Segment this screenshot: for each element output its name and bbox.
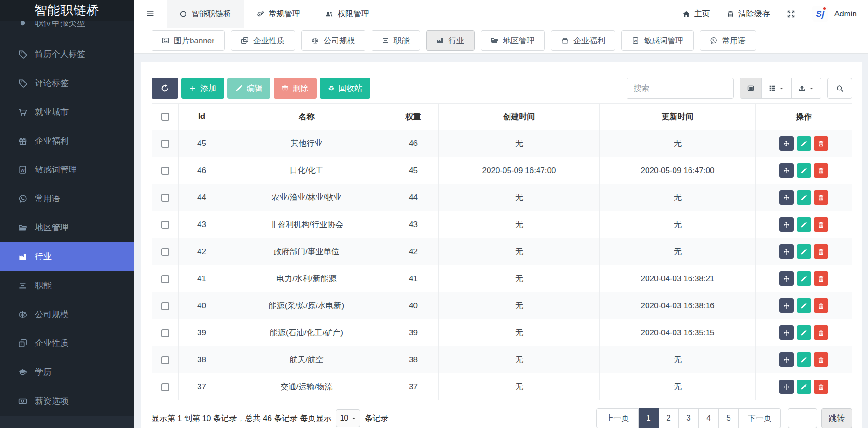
- row-delete-button[interactable]: [814, 136, 828, 151]
- delete-button[interactable]: 删除: [274, 78, 317, 99]
- cell-updated: 2020-05-09 16:47:00: [600, 157, 756, 184]
- row-delete-button[interactable]: [814, 217, 828, 232]
- tab-7[interactable]: W敏感词管理: [621, 30, 694, 51]
- row-checkbox[interactable]: [161, 167, 169, 175]
- row-move-button[interactable]: [779, 271, 794, 286]
- row-delete-button[interactable]: [814, 163, 828, 178]
- row-edit-button[interactable]: [797, 244, 811, 259]
- edit-button[interactable]: 编辑: [227, 78, 270, 99]
- tab-4[interactable]: 行业: [426, 30, 475, 51]
- export-button[interactable]: [791, 78, 821, 98]
- page-jump-input[interactable]: [788, 408, 817, 428]
- page-button-3[interactable]: 3: [679, 408, 699, 428]
- clear-cache-link[interactable]: 清除缓存: [727, 8, 770, 19]
- refresh-button[interactable]: [152, 78, 178, 99]
- row-move-button[interactable]: [779, 380, 794, 394]
- row-edit-button[interactable]: [797, 325, 811, 340]
- tab-label: 图片banner: [174, 35, 214, 46]
- row-checkbox[interactable]: [161, 248, 169, 256]
- row-move-button[interactable]: [779, 136, 794, 151]
- cell-weight: 46: [388, 130, 439, 157]
- user-menu[interactable]: Sj Admin: [812, 6, 857, 22]
- top-nav-tab-0[interactable]: 智能职链桥: [167, 0, 244, 28]
- list-view-button[interactable]: [740, 78, 761, 98]
- prev-page-button[interactable]: 上一页: [596, 408, 639, 428]
- row-move-button[interactable]: [779, 163, 794, 178]
- row-edit-button[interactable]: [797, 217, 811, 232]
- sidebar-item-3[interactable]: 就业城市: [0, 97, 134, 126]
- tab-2[interactable]: 公司规模: [301, 30, 365, 51]
- row-checkbox[interactable]: [161, 194, 169, 202]
- tab-1[interactable]: 企业性质: [231, 30, 295, 51]
- row-move-button[interactable]: [779, 190, 794, 205]
- sidebar-item-0[interactable]: 职位申报类型: [0, 21, 134, 40]
- pencil-icon: [800, 194, 807, 201]
- sidebar-item-9[interactable]: 职能: [0, 271, 134, 300]
- cell-checkbox: [152, 238, 179, 265]
- row-edit-button[interactable]: [797, 380, 811, 394]
- top-nav-tab-1[interactable]: 常规管理: [244, 0, 313, 28]
- fullscreen-button[interactable]: [787, 10, 795, 18]
- sidebar-item-1[interactable]: 简历个人标签: [0, 40, 134, 69]
- row-edit-button[interactable]: [797, 298, 811, 313]
- row-checkbox[interactable]: [161, 221, 169, 229]
- sidebar-item-7[interactable]: 地区管理: [0, 213, 134, 242]
- row-delete-button[interactable]: [814, 352, 828, 367]
- sidebar-item-13[interactable]: 薪资选项: [0, 387, 134, 415]
- row-edit-button[interactable]: [797, 163, 811, 178]
- sidebar-toggle-button[interactable]: [134, 0, 167, 28]
- page-button-5[interactable]: 5: [719, 408, 739, 428]
- tab-8[interactable]: 常用语: [700, 30, 756, 51]
- page-button-2[interactable]: 2: [659, 408, 679, 428]
- sidebar-item-4[interactable]: 企业福利: [0, 126, 134, 155]
- page-button-4[interactable]: 4: [699, 408, 719, 428]
- advanced-search-button[interactable]: [827, 78, 852, 99]
- row-checkbox[interactable]: [161, 140, 169, 148]
- sidebar-item-2[interactable]: 评论标签: [0, 69, 134, 97]
- recyclebin-button[interactable]: ♻回收站: [320, 78, 370, 99]
- row-move-button[interactable]: [779, 244, 794, 259]
- add-button[interactable]: 添加: [181, 78, 224, 99]
- row-delete-button[interactable]: [814, 380, 828, 394]
- row-delete-button[interactable]: [814, 271, 828, 286]
- row-delete-button[interactable]: [814, 325, 828, 340]
- page-size-select[interactable]: 10: [336, 409, 360, 427]
- view-button-group: [740, 78, 821, 99]
- sidebar-item-10[interactable]: 公司规模: [0, 300, 134, 329]
- row-move-button[interactable]: [779, 325, 794, 340]
- row-delete-button[interactable]: [814, 298, 828, 313]
- row-edit-button[interactable]: [797, 190, 811, 205]
- row-checkbox[interactable]: [161, 302, 169, 310]
- select-all-checkbox[interactable]: [161, 113, 169, 121]
- row-checkbox[interactable]: [161, 329, 169, 337]
- top-nav-tab-2[interactable]: 权限管理: [313, 0, 382, 28]
- sidebar-item-11[interactable]: 企业性质: [0, 329, 134, 358]
- row-edit-button[interactable]: [797, 271, 811, 286]
- search-input[interactable]: [627, 78, 734, 99]
- tab-0[interactable]: 图片banner: [152, 30, 225, 51]
- tab-6[interactable]: 企业福利: [551, 30, 615, 51]
- row-delete-button[interactable]: [814, 244, 828, 259]
- row-delete-button[interactable]: [814, 190, 828, 205]
- home-link[interactable]: 主页: [682, 8, 710, 19]
- trash-icon: [818, 330, 824, 336]
- row-edit-button[interactable]: [797, 136, 811, 151]
- button-label: 回收站: [338, 83, 362, 94]
- sidebar-item-5[interactable]: W敏感词管理: [0, 155, 134, 184]
- row-move-button[interactable]: [779, 217, 794, 232]
- row-checkbox[interactable]: [161, 383, 169, 391]
- row-checkbox[interactable]: [161, 356, 169, 364]
- sidebar-item-12[interactable]: 学历: [0, 358, 134, 387]
- row-move-button[interactable]: [779, 298, 794, 313]
- tab-5[interactable]: 地区管理: [481, 30, 545, 51]
- row-checkbox[interactable]: [161, 275, 169, 283]
- page-jump-button[interactable]: 跳转: [821, 408, 852, 428]
- tab-3[interactable]: 职能: [372, 30, 420, 51]
- sidebar-item-8[interactable]: 行业: [0, 242, 134, 271]
- row-move-button[interactable]: [779, 352, 794, 367]
- row-edit-button[interactable]: [797, 352, 811, 367]
- columns-button[interactable]: [761, 78, 791, 98]
- sidebar-item-6[interactable]: 常用语: [0, 184, 134, 213]
- page-button-1[interactable]: 1: [639, 408, 659, 428]
- next-page-button[interactable]: 下一页: [739, 408, 781, 428]
